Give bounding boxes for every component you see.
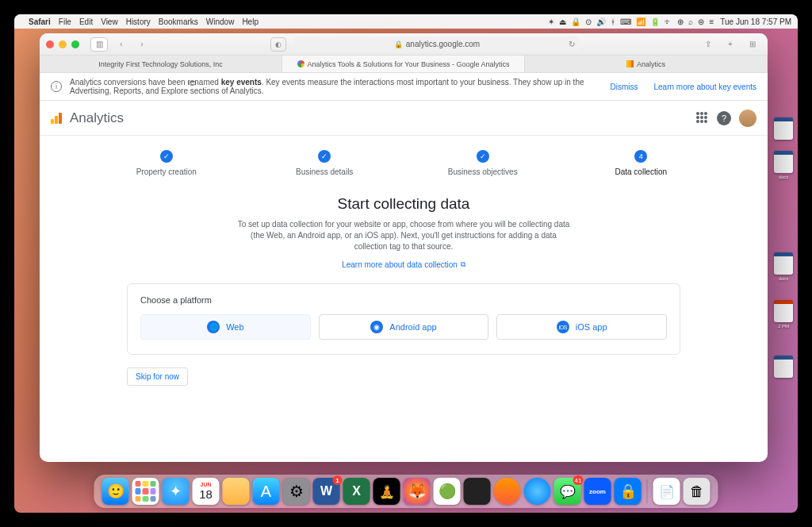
desktop: docx docx 2 PM Safari File Edit View His… <box>14 14 798 513</box>
dock-document[interactable]: 📄 <box>653 478 680 505</box>
platform-web[interactable]: 🌐 Web <box>140 314 311 340</box>
desktop-file[interactable] <box>772 356 795 379</box>
url-text: analytics.google.com <box>406 40 480 48</box>
dock-calendar[interactable]: JUN18 <box>193 478 220 505</box>
page-title: Start collecting data <box>40 195 768 213</box>
sidebar-toggle-button[interactable]: ▥ <box>90 37 108 52</box>
close-window-icon[interactable] <box>46 40 54 48</box>
menu-view[interactable]: View <box>101 17 118 26</box>
skip-button[interactable]: Skip for now <box>127 367 188 386</box>
step-number-icon: 4 <box>634 150 647 163</box>
menu-edit[interactable]: Edit <box>79 17 93 26</box>
info-icon: i <box>51 81 62 92</box>
help-icon[interactable]: ? <box>717 111 731 125</box>
apps-grid-icon[interactable] <box>696 112 709 125</box>
privacy-shield-icon[interactable]: ◐ <box>270 37 286 52</box>
lock-icon: 🔒 <box>394 40 403 48</box>
reload-icon[interactable]: ↻ <box>569 40 575 48</box>
url-bar[interactable]: 🔒 analytics.google.com ↻ <box>294 37 580 52</box>
tab-label: Analytics <box>637 60 665 68</box>
dock-safari[interactable]: ✦ <box>163 478 190 505</box>
dock-firefox[interactable]: 🦊 <box>404 478 431 505</box>
minimize-window-icon[interactable] <box>59 40 67 48</box>
info-banner: i Analytics conversions have been rename… <box>40 73 768 101</box>
tab-1[interactable]: Integrity First Technology Solutions, In… <box>40 56 282 72</box>
dock-separator <box>647 479 648 503</box>
desktop-file[interactable]: 2 PM <box>772 300 795 329</box>
ios-icon: iOS <box>557 321 569 333</box>
page-content: ✓ Property creation ✓ Business details ✓… <box>40 136 768 462</box>
card-title: Choose a platform <box>140 295 667 305</box>
menubar-app-name[interactable]: Safari <box>29 17 51 26</box>
dock-settings[interactable]: ⚙ <box>283 478 310 505</box>
android-icon: ◉ <box>370 321 383 333</box>
tab-bar: Integrity First Technology Solutions, In… <box>40 56 768 73</box>
account-avatar[interactable] <box>739 110 756 127</box>
learn-more-link[interactable]: Learn more about data collection ⧉ <box>40 260 768 269</box>
tabs-overview-button[interactable]: ⊞ <box>744 37 761 52</box>
dock-trash[interactable]: 🗑 <box>684 478 710 505</box>
google-favicon-icon <box>297 60 304 67</box>
menu-window[interactable]: Window <box>206 17 235 26</box>
dock-launchpad[interactable] <box>132 478 159 505</box>
check-icon: ✓ <box>160 150 173 163</box>
dock-chrome[interactable]: 🟢 <box>434 478 461 505</box>
back-button[interactable]: ‹ <box>113 37 130 52</box>
menu-file[interactable]: File <box>59 17 71 26</box>
menu-bookmarks[interactable]: Bookmarks <box>159 17 198 26</box>
platform-ios[interactable]: iOS iOS app <box>496 314 667 340</box>
safari-window: ▥ ‹ › ◐ 🔒 analytics.google.com ↻ ⇪ + ⊞ <box>40 33 768 462</box>
forward-button[interactable]: › <box>133 37 151 52</box>
skip-container: Skip for now <box>127 367 768 386</box>
new-tab-button[interactable]: + <box>722 37 739 52</box>
platform-label: Android app <box>389 322 436 332</box>
desktop-file[interactable]: docx <box>772 151 795 179</box>
dock-quicktime[interactable] <box>524 478 551 505</box>
tab-2[interactable]: Analytics Tools & Solutions for Your Bus… <box>282 56 525 72</box>
dock-terminal[interactable] <box>464 478 491 505</box>
menu-history[interactable]: History <box>126 17 151 26</box>
menubar-clock[interactable]: Tue Jun 18 7:57 PM <box>720 17 791 26</box>
dock-keychain[interactable]: 🔒 <box>615 478 642 505</box>
platform-card: Choose a platform 🌐 Web ◉ Android app iO… <box>127 283 680 355</box>
dock-finder[interactable]: 🙂 <box>102 478 129 505</box>
platform-label: iOS app <box>576 322 607 332</box>
check-icon: ✓ <box>477 150 489 163</box>
analytics-logo-icon <box>51 113 62 124</box>
mac-menubar: Safari File Edit View History Bookmarks … <box>14 14 798 29</box>
tab-label: Analytics Tools & Solutions for Your Bus… <box>308 60 510 68</box>
maximize-window-icon[interactable] <box>71 40 79 48</box>
banner-message: Analytics conversions have been renamed … <box>70 78 602 95</box>
page-description: To set up data collection for your websi… <box>233 219 574 252</box>
platform-android[interactable]: ◉ Android app <box>319 314 489 340</box>
dock-app-black[interactable]: 🧘 <box>373 478 400 505</box>
menu-help[interactable]: Help <box>242 17 259 26</box>
analytics-header: Analytics ? <box>40 101 768 136</box>
dock-app-orange[interactable] <box>494 478 521 505</box>
menubar-status-icons[interactable]: ✶⏏🔒⊙🔊ᚼ⌨📶🔋ᯤ⊕⌕⊜≡ <box>548 17 714 26</box>
globe-icon: 🌐 <box>207 321 220 333</box>
window-controls[interactable] <box>46 40 79 48</box>
setup-stepper: ✓ Property creation ✓ Business details ✓… <box>40 150 768 176</box>
external-link-icon: ⧉ <box>461 260 465 269</box>
tab-3[interactable]: Analytics <box>525 56 768 72</box>
analytics-title: Analytics <box>70 110 124 126</box>
dock-messages[interactable]: 💬41 <box>554 478 581 505</box>
dock-zoom[interactable]: zoom <box>584 478 611 505</box>
dock-appstore[interactable]: A <box>253 478 280 505</box>
platform-label: Web <box>226 322 243 332</box>
share-button[interactable]: ⇪ <box>699 37 717 52</box>
analytics-favicon-icon <box>626 60 634 67</box>
tab-label: Integrity First Technology Solutions, In… <box>98 60 222 68</box>
platform-options: 🌐 Web ◉ Android app iOS iOS app <box>140 314 667 340</box>
desktop-file[interactable] <box>772 117 795 141</box>
step-business-objectives: ✓ Business objectives <box>404 150 562 176</box>
dismiss-link[interactable]: Dismiss <box>610 83 638 91</box>
dock-word[interactable]: W1 <box>313 478 340 505</box>
dock-excel[interactable]: X <box>343 478 370 505</box>
dock: 🙂 ✦ JUN18 A ⚙ W1 X 🧘 🦊 🟢 💬41 zoom 🔒 📄 🗑 <box>94 475 718 508</box>
desktop-file[interactable]: docx <box>772 252 795 281</box>
banner-learn-more-link[interactable]: Learn more about key events <box>653 83 756 91</box>
dock-notes[interactable] <box>223 478 250 505</box>
step-data-collection: 4 Data collection <box>562 150 721 176</box>
